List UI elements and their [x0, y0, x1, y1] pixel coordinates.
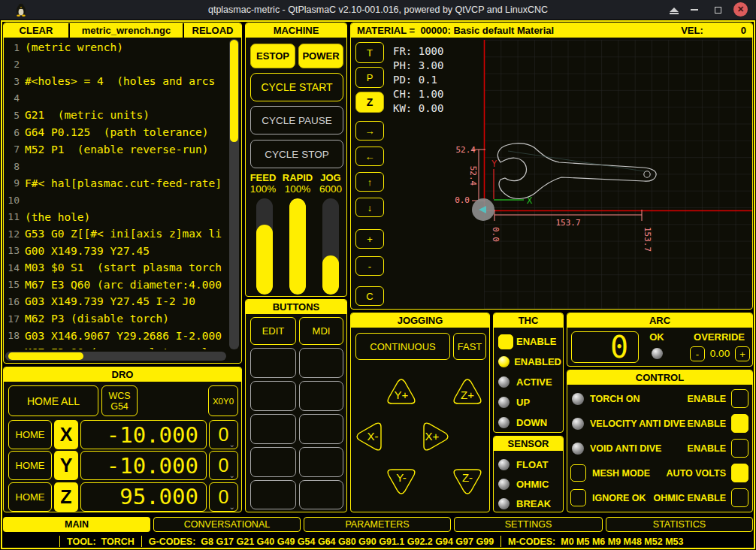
axis-letter-button[interactable]: Z [54, 482, 78, 512]
pan-down-button[interactable]: ↓ [355, 198, 384, 217]
edit-button[interactable]: EDIT [250, 317, 296, 345]
joint-select[interactable]: 0⌄ [209, 420, 238, 449]
axis-letter-button[interactable]: Y [54, 451, 78, 480]
arc-override-label: OVERRIDE [688, 331, 751, 343]
gcode-line-text: F#<_hal[plasmac.cut-feed-rate] [25, 177, 222, 189]
jog-z-plus-button[interactable]: Z+ [452, 376, 483, 406]
gcode-line: 4 [5, 90, 226, 107]
gcode-line: 3 #<holes> = 4 (holes and arcs [5, 73, 226, 90]
preview-p-button[interactable]: P [355, 67, 384, 88]
gcode-line-number: 12 [5, 228, 25, 240]
buttons-panel: BUTTONS EDIT MDI [245, 299, 347, 512]
control-left-indicator[interactable] [572, 393, 584, 405]
thc-indicator[interactable] [498, 376, 510, 388]
cycle-start-button[interactable]: CYCLE START [250, 73, 343, 101]
control-right-checkbox[interactable] [731, 389, 748, 408]
control-left-indicator[interactable] [572, 443, 584, 455]
continuous-jog-button[interactable]: CONTINUOUS [355, 333, 450, 360]
mdi-button[interactable]: MDI [299, 317, 343, 345]
material-label[interactable]: MATERIAL = 00000: Basic default Material [357, 23, 554, 38]
home-axis-button[interactable]: HOME [8, 451, 52, 480]
arc-voltage-display: 0 [571, 331, 639, 363]
clear-view-button[interactable]: C [355, 286, 384, 306]
tab-main[interactable]: MAIN [3, 517, 150, 532]
arc-override-plus-button[interactable]: + [735, 346, 750, 361]
fast-jog-button[interactable]: FAST [453, 333, 486, 360]
thc-header: THC [494, 313, 563, 328]
restore-button[interactable] [711, 4, 724, 16]
gcode-view[interactable]: 1 (metric wrench) 2 3 #<holes> = 4 (hole… [5, 39, 226, 349]
override-labels: FEED RAPID JOG [246, 172, 347, 183]
joint-select[interactable]: 0⌄ [209, 482, 238, 512]
gcode-line-text: M03 $0 S1 (start plasma torch [25, 261, 222, 273]
close-button[interactable]: ✕ [733, 2, 748, 17]
sensor-items: FLOAT OHMIC BREAK [498, 455, 561, 512]
zoom-in-button[interactable]: + [355, 229, 384, 249]
gcode-hscrollbar[interactable] [5, 352, 226, 361]
jog-y-plus-button[interactable]: Y+ [386, 376, 417, 406]
control-left-indicator[interactable] [570, 489, 586, 506]
jog-speed-slider[interactable] [322, 198, 339, 295]
control-right-checkbox[interactable] [731, 439, 748, 458]
x0y0-button[interactable]: X0Y0 [208, 385, 238, 416]
control-right-checkbox[interactable] [731, 464, 748, 482]
thc-indicator[interactable] [498, 397, 510, 408]
gcode-hscroll-thumb[interactable] [8, 352, 83, 360]
pan-right-button[interactable]: → [355, 121, 384, 141]
control-row: TORCH ON ENABLE [567, 388, 752, 410]
thc-indicator[interactable] [498, 356, 510, 367]
cycle-pause-button[interactable]: CYCLE PAUSE [250, 106, 343, 134]
thc-indicator[interactable] [498, 334, 513, 349]
gcode-line-text: #<holes> = 4 (holes and arcs [25, 75, 215, 87]
preview-t-button[interactable]: T [355, 42, 384, 63]
control-left-indicator[interactable] [572, 418, 584, 430]
thc-indicator[interactable] [498, 417, 510, 428]
zoom-out-button[interactable]: - [355, 256, 384, 276]
arc-override-minus-button[interactable]: - [690, 346, 705, 361]
estop-button[interactable]: ESTOP [250, 44, 295, 68]
preview-grid [484, 40, 753, 310]
preview-plot[interactable]: 52.4 0.0 52.4 153.7 0.0 153.7 Y X [388, 40, 753, 310]
power-button[interactable]: POWER [298, 44, 343, 68]
reload-button[interactable]: RELOAD [183, 23, 241, 38]
gcode-line: 5 G21 (metric units) [5, 107, 226, 124]
jog-y-minus-button[interactable]: Y- [386, 467, 417, 497]
preview-z-button[interactable]: Z [355, 92, 384, 113]
control-left-indicator[interactable] [570, 464, 586, 482]
override-values: 100% 100% 6000 [246, 183, 347, 195]
loaded-file-name: metric_wrench.ngc [70, 23, 183, 38]
shade-button[interactable] [667, 4, 681, 16]
pan-up-button[interactable]: ↑ [355, 172, 384, 192]
tab-statistics[interactable]: STATISTICS [606, 517, 753, 532]
clear-button[interactable]: CLEAR [4, 23, 70, 38]
control-right-checkbox[interactable] [731, 488, 748, 507]
feed-override-slider[interactable] [256, 198, 273, 295]
wcs-button[interactable]: WCSG54 [101, 385, 138, 416]
gcode-line-number: 4 [5, 92, 25, 104]
tab-conversational[interactable]: CONVERSATIONAL [153, 517, 301, 532]
joint-select[interactable]: 0⌄ [209, 451, 238, 480]
home-all-button[interactable]: HOME ALL [8, 385, 98, 416]
control-row: VELOCITY ANTI DIVE ENABLE [567, 412, 752, 435]
preview-panel: MATERIAL = 00000: Basic default Material… [350, 23, 753, 310]
cycle-stop-button[interactable]: CYCLE STOP [250, 140, 343, 168]
gcode-line-number: 8 [5, 161, 25, 172]
tab-parameters[interactable]: PARAMETERS [304, 517, 451, 532]
axis-letter-button[interactable]: X [54, 420, 78, 449]
user-button-empty [250, 381, 296, 411]
velocity-value: 0 [741, 23, 746, 38]
buttons-header: BUTTONS [246, 300, 346, 314]
home-axis-button[interactable]: HOME [8, 420, 52, 449]
rapid-override-slider[interactable] [289, 198, 306, 295]
gcode-vscrollbar[interactable] [229, 39, 239, 349]
pan-left-button[interactable]: ← [355, 147, 384, 166]
gcode-line-text: G53 G0 Z[[#<_ini[axis_z]max_li [25, 228, 222, 240]
gcode-vscroll-thumb[interactable] [230, 40, 238, 142]
home-axis-button[interactable]: HOME [8, 482, 52, 512]
minimize-button[interactable] [688, 4, 701, 16]
jog-x-minus-button[interactable]: X- [354, 422, 386, 452]
jog-x-plus-button[interactable]: X+ [419, 422, 451, 452]
jog-z-minus-button[interactable]: Z- [452, 467, 483, 497]
tab-settings[interactable]: SETTINGS [454, 517, 603, 532]
control-right-checkbox[interactable] [731, 414, 748, 433]
